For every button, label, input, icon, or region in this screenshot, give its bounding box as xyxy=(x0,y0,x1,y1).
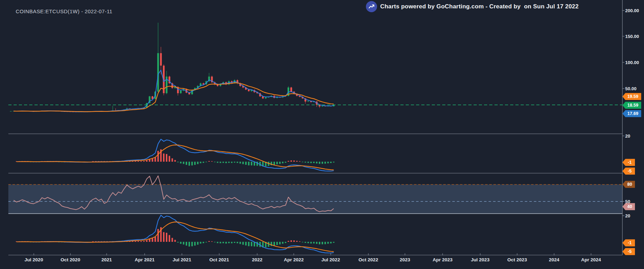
moving-averages xyxy=(14,70,334,112)
macd-panel-1 xyxy=(16,139,335,171)
candlesticks xyxy=(10,23,335,112)
axis-ticks xyxy=(34,10,624,255)
panel-frame xyxy=(8,0,622,255)
macd-panel-2 xyxy=(16,215,335,253)
chart-root: COINBASE:ETCUSD(1W) - 2022-07-11 Charts … xyxy=(0,0,644,269)
chart-canvas[interactable] xyxy=(0,0,644,269)
